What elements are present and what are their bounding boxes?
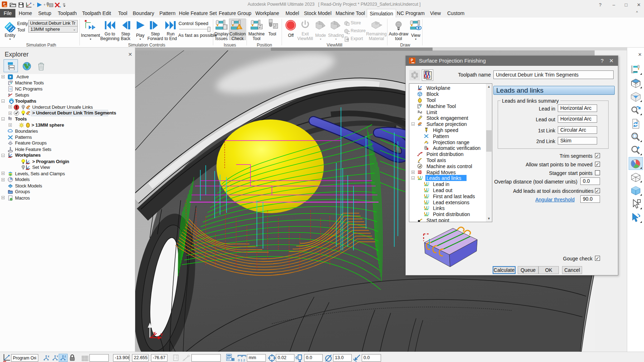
- svg-text:Z: Z: [64, 355, 66, 358]
- svg-text:P: P: [411, 58, 413, 62]
- svg-text:Z: Z: [151, 320, 154, 325]
- svg-text:G: G: [9, 87, 11, 90]
- svg-text:0 1 2: 0 1 2: [238, 358, 245, 362]
- svg-text:!: !: [239, 26, 240, 29]
- svg-text:Y: Y: [57, 355, 58, 358]
- svg-text:Y: Y: [160, 333, 163, 337]
- svg-text:P: P: [3, 2, 5, 6]
- svg-text:X: X: [153, 331, 156, 336]
- svg-text:X: X: [48, 355, 49, 358]
